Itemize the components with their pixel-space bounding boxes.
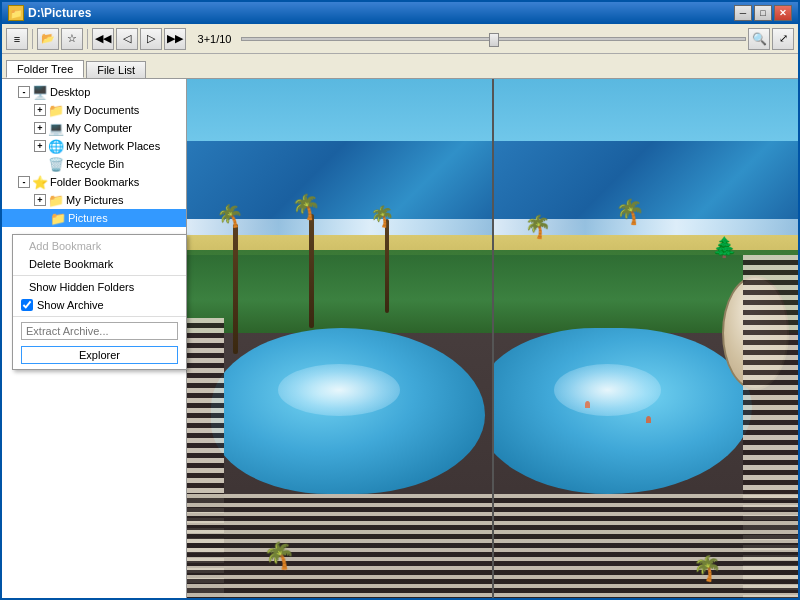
tree-item-network[interactable]: + 🌐 My Network Places [2,137,186,155]
minimize-button[interactable]: ─ [734,5,752,21]
counter-label: 3+1/10 [192,33,237,45]
pictures-icon: 📁 [50,210,66,226]
title-buttons: ─ □ ✕ [734,5,792,21]
tree-item-mydocs[interactable]: + 📁 My Documents [2,101,186,119]
pictures-label: Pictures [68,212,108,224]
palm-trunk-1 [233,224,238,354]
show-archive-checkbox[interactable] [21,299,33,311]
tab-folder-tree[interactable]: Folder Tree [6,60,84,78]
tab-bar: Folder Tree File List [2,54,798,78]
network-label: My Network Places [66,140,160,152]
window-icon: 📁 [8,5,24,21]
toolbar-last-button[interactable]: ▶▶ [164,28,186,50]
image-panel-left[interactable]: 🌴 🌴 🌴 🌴 [187,79,492,598]
toolbar-first-button[interactable]: ◀◀ [92,28,114,50]
toolbar-menu-button[interactable]: ≡ [6,28,28,50]
recycle-icon: 🗑️ [48,156,64,172]
palm-leaves-1: 🌴 [215,201,246,231]
toolbar-next-button[interactable]: ▷ [140,28,162,50]
palm-bottom-right: 🌴 [690,552,724,584]
ctx-show-archive[interactable]: Show Archive [13,296,186,314]
palm-bottom-1: 🌴 [262,540,297,574]
image-viewer: 🌴 🌴 🌴 🌴 [187,79,798,598]
search-button[interactable]: 🔍 [748,28,770,50]
mypictures-label: My Pictures [66,194,123,206]
tree-item-desktop[interactable]: - 🖥️ Desktop [2,83,186,101]
palm-leaves-3: 🌴 [369,203,396,229]
palm-right-1: 🌴 [522,212,552,242]
tree-item-pictures[interactable]: 📁 Pictures [2,209,186,227]
bookmarks-icon: ⭐ [32,174,48,190]
palm-right-2: 🌴 [615,198,645,226]
tree-item-mypictures[interactable]: + 📁 My Pictures [2,191,186,209]
image-panel-right[interactable]: 🌴 🌴 🌲 🌴 [494,79,799,598]
mycomputer-label: My Computer [66,122,132,134]
ctx-show-hidden[interactable]: Show Hidden Folders [13,278,186,296]
toggle-bookmarks[interactable]: - [18,176,30,188]
toggle-mydocs[interactable]: + [34,104,46,116]
image-slider[interactable] [241,37,746,41]
person-1 [585,401,590,408]
desktop-label: Desktop [50,86,90,98]
tab-file-list[interactable]: File List [86,61,146,78]
ctx-add-bookmark: Add Bookmark [13,237,186,255]
pool-light-right [554,364,661,416]
trees-right: 🌲 [712,235,737,259]
main-window: 📁 D:\Pictures ─ □ ✕ ≡ 📂 ☆ ◀◀ ◁ ▷ ▶▶ 3+1/… [0,0,800,600]
main-area: - 🖥️ Desktop + 📁 My Documents + [2,78,798,598]
ctx-delete-bookmark[interactable]: Delete Bookmark [13,255,186,273]
network-icon: 🌐 [48,138,64,154]
toggle-network[interactable]: + [34,140,46,152]
bookmarks-label: Folder Bookmarks [50,176,139,188]
tree-item-mycomputer[interactable]: + 💻 My Computer [2,119,186,137]
person-2 [646,416,651,423]
extract-archive-input[interactable] [21,322,178,340]
recycle-label: Recycle Bin [66,158,124,170]
toolbar-prev-button[interactable]: ◁ [116,28,138,50]
ctx-separator-2 [13,316,186,317]
palm-trunk-2 [309,214,314,328]
title-bar: 📁 D:\Pictures ─ □ ✕ [2,2,798,24]
slider-area: 3+1/10 [192,33,746,45]
restore-button[interactable]: □ [754,5,772,21]
toolbar-separator-1 [32,29,33,49]
context-menu: Add Bookmark Delete Bookmark Show Hidden… [12,234,187,370]
slider-thumb [489,33,499,47]
close-button[interactable]: ✕ [774,5,792,21]
toolbar-open-button[interactable]: 📂 [37,28,59,50]
desktop-icon: 🖥️ [32,84,48,100]
folder-tree: - 🖥️ Desktop + 📁 My Documents + [2,79,186,231]
toggle-desktop[interactable]: - [18,86,30,98]
mydocs-icon: 📁 [48,102,64,118]
photo-right: 🌴 🌴 🌲 🌴 [494,79,799,598]
ctx-separator-1 [13,275,186,276]
explorer-button[interactable]: Explorer [21,346,178,364]
fullscreen-button[interactable]: ⤢ [772,28,794,50]
photo-left: 🌴 🌴 🌴 🌴 [187,79,492,598]
toolbar-separator-2 [87,29,88,49]
palm-leaves-2: 🌴 [291,193,321,221]
toggle-mypictures[interactable]: + [34,194,46,206]
show-archive-label: Show Archive [37,299,104,311]
mydocs-label: My Documents [66,104,139,116]
palm-trunk-3 [385,219,389,312]
tree-item-recycle[interactable]: 🗑️ Recycle Bin [2,155,186,173]
chairs-bottom-left [187,494,492,598]
mycomputer-icon: 💻 [48,120,64,136]
tree-item-bookmarks[interactable]: - ⭐ Folder Bookmarks [2,173,186,191]
sidebar: - 🖥️ Desktop + 📁 My Documents + [2,79,187,598]
mypictures-icon: 📁 [48,192,64,208]
title-bar-left: 📁 D:\Pictures [8,5,91,21]
toolbar: ≡ 📂 ☆ ◀◀ ◁ ▷ ▶▶ 3+1/10 🔍 ⤢ [2,24,798,54]
toggle-mycomputer[interactable]: + [34,122,46,134]
chairs-bottom-right [494,494,799,598]
window-title: D:\Pictures [28,6,91,20]
toolbar-bookmark-button[interactable]: ☆ [61,28,83,50]
